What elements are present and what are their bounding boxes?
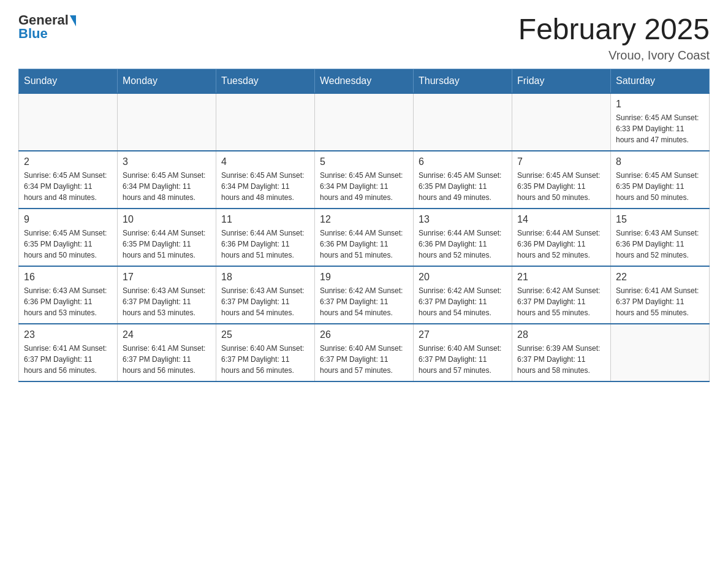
day-of-week-header: Tuesday xyxy=(216,69,315,94)
day-number: 24 xyxy=(123,329,211,340)
calendar-cell xyxy=(118,93,216,151)
day-number: 23 xyxy=(24,329,112,340)
calendar-week-row: 2Sunrise: 6:45 AM Sunset: 6:34 PM Daylig… xyxy=(19,151,710,209)
calendar-header-row: SundayMondayTuesdayWednesdayThursdayFrid… xyxy=(19,69,710,94)
day-info: Sunrise: 6:42 AM Sunset: 6:37 PM Dayligh… xyxy=(517,285,605,318)
calendar-cell xyxy=(19,93,118,151)
logo-triangle-icon xyxy=(70,15,76,26)
calendar-cell: 18Sunrise: 6:43 AM Sunset: 6:37 PM Dayli… xyxy=(216,266,315,324)
day-info: Sunrise: 6:45 AM Sunset: 6:34 PM Dayligh… xyxy=(24,170,112,203)
calendar-cell xyxy=(512,93,611,151)
day-info: Sunrise: 6:42 AM Sunset: 6:37 PM Dayligh… xyxy=(419,285,507,318)
calendar-cell: 24Sunrise: 6:41 AM Sunset: 6:37 PM Dayli… xyxy=(118,324,216,381)
calendar-cell: 28Sunrise: 6:39 AM Sunset: 6:37 PM Dayli… xyxy=(512,324,611,381)
day-number: 21 xyxy=(517,272,605,283)
day-of-week-header: Wednesday xyxy=(315,69,414,94)
day-number: 10 xyxy=(123,214,211,225)
day-of-week-header: Saturday xyxy=(611,69,710,94)
day-number: 14 xyxy=(517,214,605,225)
day-info: Sunrise: 6:41 AM Sunset: 6:37 PM Dayligh… xyxy=(24,343,112,376)
day-info: Sunrise: 6:45 AM Sunset: 6:33 PM Dayligh… xyxy=(616,112,704,145)
calendar-week-row: 1Sunrise: 6:45 AM Sunset: 6:33 PM Daylig… xyxy=(19,93,710,151)
day-info: Sunrise: 6:42 AM Sunset: 6:37 PM Dayligh… xyxy=(320,285,408,318)
calendar-cell: 3Sunrise: 6:45 AM Sunset: 6:34 PM Daylig… xyxy=(118,151,216,209)
logo: General Blue xyxy=(18,12,76,42)
day-info: Sunrise: 6:39 AM Sunset: 6:37 PM Dayligh… xyxy=(517,343,605,376)
day-number: 11 xyxy=(221,214,309,225)
calendar-cell: 26Sunrise: 6:40 AM Sunset: 6:37 PM Dayli… xyxy=(315,324,414,381)
day-info: Sunrise: 6:45 AM Sunset: 6:34 PM Dayligh… xyxy=(221,170,309,203)
calendar-cell: 8Sunrise: 6:45 AM Sunset: 6:35 PM Daylig… xyxy=(611,151,710,209)
calendar-cell: 10Sunrise: 6:44 AM Sunset: 6:35 PM Dayli… xyxy=(118,209,216,266)
calendar-cell: 7Sunrise: 6:45 AM Sunset: 6:35 PM Daylig… xyxy=(512,151,611,209)
day-info: Sunrise: 6:40 AM Sunset: 6:37 PM Dayligh… xyxy=(320,343,408,376)
day-info: Sunrise: 6:43 AM Sunset: 6:36 PM Dayligh… xyxy=(616,228,704,261)
calendar-cell xyxy=(611,324,710,381)
day-info: Sunrise: 6:43 AM Sunset: 6:36 PM Dayligh… xyxy=(24,285,112,318)
day-info: Sunrise: 6:44 AM Sunset: 6:36 PM Dayligh… xyxy=(320,228,408,261)
location-text: Vrouo, Ivory Coast xyxy=(518,48,710,63)
day-number: 4 xyxy=(221,156,309,167)
calendar-cell xyxy=(216,93,315,151)
day-number: 22 xyxy=(616,272,704,283)
day-number: 18 xyxy=(221,272,309,283)
calendar-week-row: 23Sunrise: 6:41 AM Sunset: 6:37 PM Dayli… xyxy=(19,324,710,381)
day-of-week-header: Friday xyxy=(512,69,611,94)
day-of-week-header: Thursday xyxy=(414,69,512,94)
day-number: 17 xyxy=(123,272,211,283)
day-number: 2 xyxy=(24,156,112,167)
calendar-cell: 2Sunrise: 6:45 AM Sunset: 6:34 PM Daylig… xyxy=(19,151,118,209)
calendar-cell xyxy=(315,93,414,151)
day-info: Sunrise: 6:43 AM Sunset: 6:37 PM Dayligh… xyxy=(123,285,211,318)
day-number: 5 xyxy=(320,156,408,167)
day-info: Sunrise: 6:45 AM Sunset: 6:34 PM Dayligh… xyxy=(320,170,408,203)
calendar-cell: 13Sunrise: 6:44 AM Sunset: 6:36 PM Dayli… xyxy=(414,209,512,266)
day-of-week-header: Monday xyxy=(118,69,216,94)
day-number: 1 xyxy=(616,99,704,110)
calendar-cell xyxy=(414,93,512,151)
day-number: 16 xyxy=(24,272,112,283)
day-info: Sunrise: 6:45 AM Sunset: 6:35 PM Dayligh… xyxy=(24,228,112,261)
calendar-cell: 5Sunrise: 6:45 AM Sunset: 6:34 PM Daylig… xyxy=(315,151,414,209)
day-info: Sunrise: 6:44 AM Sunset: 6:36 PM Dayligh… xyxy=(517,228,605,261)
calendar-cell: 16Sunrise: 6:43 AM Sunset: 6:36 PM Dayli… xyxy=(19,266,118,324)
day-number: 13 xyxy=(419,214,507,225)
calendar-cell: 15Sunrise: 6:43 AM Sunset: 6:36 PM Dayli… xyxy=(611,209,710,266)
calendar-cell: 12Sunrise: 6:44 AM Sunset: 6:36 PM Dayli… xyxy=(315,209,414,266)
calendar-cell: 17Sunrise: 6:43 AM Sunset: 6:37 PM Dayli… xyxy=(118,266,216,324)
day-number: 7 xyxy=(517,156,605,167)
day-number: 20 xyxy=(419,272,507,283)
day-info: Sunrise: 6:44 AM Sunset: 6:36 PM Dayligh… xyxy=(419,228,507,261)
day-info: Sunrise: 6:41 AM Sunset: 6:37 PM Dayligh… xyxy=(123,343,211,376)
day-number: 12 xyxy=(320,214,408,225)
calendar-cell: 20Sunrise: 6:42 AM Sunset: 6:37 PM Dayli… xyxy=(414,266,512,324)
day-info: Sunrise: 6:45 AM Sunset: 6:35 PM Dayligh… xyxy=(616,170,704,203)
calendar-table: SundayMondayTuesdayWednesdayThursdayFrid… xyxy=(18,69,710,382)
day-info: Sunrise: 6:45 AM Sunset: 6:35 PM Dayligh… xyxy=(517,170,605,203)
calendar-cell: 11Sunrise: 6:44 AM Sunset: 6:36 PM Dayli… xyxy=(216,209,315,266)
day-info: Sunrise: 6:44 AM Sunset: 6:36 PM Dayligh… xyxy=(221,228,309,261)
day-info: Sunrise: 6:41 AM Sunset: 6:37 PM Dayligh… xyxy=(616,285,704,318)
day-number: 3 xyxy=(123,156,211,167)
calendar-cell: 21Sunrise: 6:42 AM Sunset: 6:37 PM Dayli… xyxy=(512,266,611,324)
day-number: 9 xyxy=(24,214,112,225)
day-number: 26 xyxy=(320,329,408,340)
day-number: 25 xyxy=(221,329,309,340)
day-number: 28 xyxy=(517,329,605,340)
logo-blue-text: Blue xyxy=(18,26,48,42)
day-number: 6 xyxy=(419,156,507,167)
calendar-cell: 9Sunrise: 6:45 AM Sunset: 6:35 PM Daylig… xyxy=(19,209,118,266)
calendar-cell: 25Sunrise: 6:40 AM Sunset: 6:37 PM Dayli… xyxy=(216,324,315,381)
calendar-cell: 22Sunrise: 6:41 AM Sunset: 6:37 PM Dayli… xyxy=(611,266,710,324)
calendar-cell: 6Sunrise: 6:45 AM Sunset: 6:35 PM Daylig… xyxy=(414,151,512,209)
page-header: General Blue February 2025 Vrouo, Ivory … xyxy=(18,12,710,63)
calendar-cell: 4Sunrise: 6:45 AM Sunset: 6:34 PM Daylig… xyxy=(216,151,315,209)
day-info: Sunrise: 6:43 AM Sunset: 6:37 PM Dayligh… xyxy=(221,285,309,318)
title-section: February 2025 Vrouo, Ivory Coast xyxy=(518,12,710,63)
calendar-week-row: 9Sunrise: 6:45 AM Sunset: 6:35 PM Daylig… xyxy=(19,209,710,266)
calendar-week-row: 16Sunrise: 6:43 AM Sunset: 6:36 PM Dayli… xyxy=(19,266,710,324)
day-info: Sunrise: 6:45 AM Sunset: 6:34 PM Dayligh… xyxy=(123,170,211,203)
calendar-cell: 23Sunrise: 6:41 AM Sunset: 6:37 PM Dayli… xyxy=(19,324,118,381)
day-of-week-header: Sunday xyxy=(19,69,118,94)
calendar-cell: 27Sunrise: 6:40 AM Sunset: 6:37 PM Dayli… xyxy=(414,324,512,381)
